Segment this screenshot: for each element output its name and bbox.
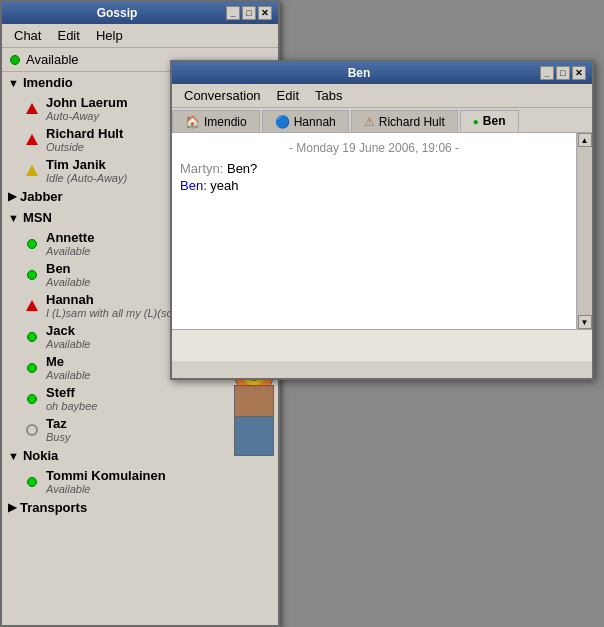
ben-status-icon [24, 267, 40, 283]
tommi-status-icon [24, 474, 40, 490]
jack-status: Available [46, 338, 90, 350]
tommi-name: Tommi Komulainen [46, 468, 166, 483]
tab-richard-hult-label: Richard Hult [379, 115, 445, 129]
richard-hult-status-icon [24, 132, 40, 148]
ben-window: Ben _ □ ✕ Conversation Edit Tabs 🏠 Imend… [170, 60, 594, 380]
chat-text-1: Ben? [227, 161, 257, 176]
ben-title: Ben [178, 66, 540, 80]
jack-name: Jack [46, 323, 90, 338]
tab-imendio-label: Imendio [204, 115, 247, 129]
group-imendio-label: Imendio [23, 75, 73, 90]
imendio-tab-icon: 🏠 [185, 115, 200, 129]
taz-status: Busy [46, 431, 70, 443]
ben-tab-icon: ● [473, 116, 479, 127]
ben-menu-tabs[interactable]: Tabs [307, 86, 350, 105]
tab-hannah-label: Hannah [294, 115, 336, 129]
taz-avatar [234, 416, 274, 456]
richard-tab-icon: ⚠ [364, 115, 375, 129]
tab-richard-hult[interactable]: ⚠ Richard Hult [351, 110, 458, 132]
group-nokia-label: Nokia [23, 448, 58, 463]
chat-text-2: yeah [210, 178, 238, 193]
ben-menubar: Conversation Edit Tabs [172, 84, 592, 108]
chat-date: - Monday 19 June 2006, 19:06 - [180, 141, 568, 155]
chat-area: - Monday 19 June 2006, 19:06 - Martyn: B… [172, 133, 576, 329]
tab-ben-label: Ben [483, 114, 506, 128]
gossip-close-button[interactable]: ✕ [258, 6, 272, 20]
me-status: Available [46, 369, 90, 381]
tim-janik-status-icon [24, 163, 40, 179]
gossip-maximize-button[interactable]: □ [242, 6, 256, 20]
group-transports-label: Transports [20, 500, 87, 515]
chat-with-scroll: - Monday 19 June 2006, 19:06 - Martyn: B… [172, 133, 592, 329]
taz-status-icon [24, 422, 40, 438]
ben-menu-edit[interactable]: Edit [269, 86, 307, 105]
contact-steff-wrapper: Steff oh baybee [2, 383, 278, 414]
taz-name: Taz [46, 416, 70, 431]
gossip-menubar: Chat Edit Help [2, 24, 278, 48]
steff-status-icon [24, 391, 40, 407]
gossip-minimize-button[interactable]: _ [226, 6, 240, 20]
tab-hannah[interactable]: 🔵 Hannah [262, 110, 349, 132]
tab-ben[interactable]: ● Ben [460, 110, 519, 132]
gossip-title: Gossip [8, 6, 226, 20]
me-name: Me [46, 354, 90, 369]
gossip-menu-help[interactable]: Help [88, 26, 131, 45]
tabs-row: 🏠 Imendio 🔵 Hannah ⚠ Richard Hult ● Ben [172, 108, 592, 133]
group-imendio-arrow: ▼ [8, 77, 19, 89]
john-laerum-name: John Laerum [46, 95, 128, 110]
ben-maximize-button[interactable]: □ [556, 66, 570, 80]
me-status-icon [24, 360, 40, 376]
tim-janik-name: Tim Janik [46, 157, 127, 172]
chat-sender-martyn: Martyn: [180, 161, 227, 176]
status-label: Available [26, 52, 79, 67]
scroll-up-button[interactable]: ▲ [578, 133, 592, 147]
ben-name: Ben [46, 261, 90, 276]
gossip-menu-edit[interactable]: Edit [49, 26, 87, 45]
contact-taz-wrapper: Taz Busy [2, 414, 278, 445]
hannah-tab-icon: 🔵 [275, 115, 290, 129]
tommi-status: Available [46, 483, 166, 495]
chat-scrollbar: ▲ ▼ [576, 133, 592, 329]
steff-name: Steff [46, 385, 97, 400]
gossip-titlebar: Gossip _ □ ✕ [2, 2, 278, 24]
hannah-status-icon [24, 298, 40, 314]
tim-janik-status: Idle (Auto-Away) [46, 172, 127, 184]
group-jabber-arrow: ▶ [8, 190, 16, 203]
scroll-down-button[interactable]: ▼ [578, 315, 592, 329]
steff-status: oh baybee [46, 400, 97, 412]
ben-close-button[interactable]: ✕ [572, 66, 586, 80]
ben-status: Available [46, 276, 90, 288]
chat-sender-ben: Ben: [180, 178, 210, 193]
annette-status: Available [46, 245, 94, 257]
richard-hult-name: Richard Hult [46, 126, 123, 141]
annette-name: Annette [46, 230, 94, 245]
chat-line-2: Ben: yeah [180, 178, 568, 193]
chat-content-area: - Monday 19 June 2006, 19:06 - Martyn: B… [172, 133, 592, 361]
group-msn-arrow: ▼ [8, 212, 19, 224]
group-jabber-label: Jabber [20, 189, 63, 204]
ben-minimize-button[interactable]: _ [540, 66, 554, 80]
scroll-track[interactable] [578, 147, 592, 315]
group-nokia-arrow: ▼ [8, 450, 19, 462]
ben-menu-conversation[interactable]: Conversation [176, 86, 269, 105]
contact-tommi[interactable]: Tommi Komulainen Available [2, 466, 278, 497]
tab-imendio[interactable]: 🏠 Imendio [172, 110, 260, 132]
gossip-menu-chat[interactable]: Chat [6, 26, 49, 45]
available-status-dot [10, 55, 20, 65]
chat-input-area[interactable] [172, 329, 592, 361]
group-transports-arrow: ▶ [8, 501, 16, 514]
john-laerum-status-icon [24, 101, 40, 117]
jack-status-icon [24, 329, 40, 345]
ben-titlebar-buttons: _ □ ✕ [540, 66, 586, 80]
chat-line-1: Martyn: Ben? [180, 161, 568, 176]
gossip-titlebar-buttons: _ □ ✕ [226, 6, 272, 20]
john-laerum-status: Auto-Away [46, 110, 128, 122]
group-transports[interactable]: ▶ Transports [2, 497, 278, 518]
annette-status-icon [24, 236, 40, 252]
group-msn-label: MSN [23, 210, 52, 225]
ben-titlebar: Ben _ □ ✕ [172, 62, 592, 84]
richard-hult-status: Outside [46, 141, 123, 153]
